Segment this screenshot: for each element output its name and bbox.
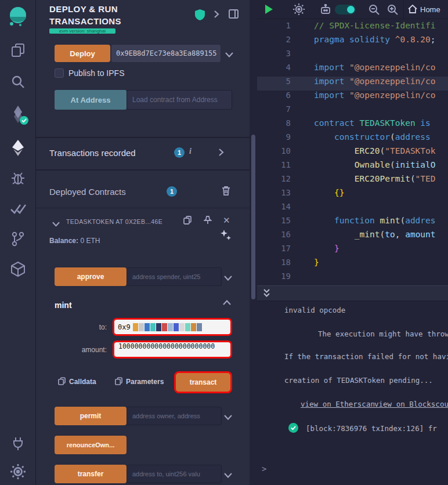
panel-scrollbar-thumb[interactable] — [251, 135, 255, 299]
tab-home[interactable]: Home — [420, 5, 440, 14]
transactions-expand-chevron-icon[interactable] — [218, 148, 224, 159]
compile-success-badge-icon — [20, 116, 28, 125]
sparkle-icon[interactable] — [219, 229, 232, 244]
panel-scrollbar — [250, 0, 257, 485]
terminal-log-invalid-opcode: invalid opcode — [284, 306, 345, 314]
evm-version-badge: evm version: shanghai — [49, 28, 115, 34]
renounce-ownership-button[interactable]: renounceOwn... — [55, 436, 127, 454]
transfer-button[interactable]: transfer — [55, 465, 127, 483]
run-script-play-icon[interactable] — [264, 4, 273, 17]
mint-to-value: 0x9 — [118, 323, 131, 331]
mint-to-input[interactable]: 0x9 — [113, 318, 232, 336]
balance-label: Balance: — [49, 237, 78, 245]
terminal-block-info[interactable]: [block:7836976 txIndex:126] fr — [306, 424, 437, 433]
file-explorer-icon[interactable] — [0, 43, 36, 58]
icon-sidebar — [0, 0, 36, 485]
unit-testing-icon[interactable] — [0, 202, 36, 216]
layout-panel-icon[interactable] — [229, 9, 239, 21]
trash-icon[interactable] — [222, 186, 230, 198]
etherscan-link[interactable]: view on Etherscan — [301, 400, 375, 408]
search-icon[interactable] — [0, 74, 36, 89]
transactions-recorded-label: Transactions recorded — [49, 148, 136, 158]
solidity-compiler-icon[interactable] — [0, 106, 36, 123]
approve-button[interactable]: approve — [55, 267, 127, 286]
line-number-gutter: 12345678910111213141516171819 — [257, 21, 298, 285]
calldata-copy-icon[interactable] — [58, 377, 66, 388]
toolbar-divider — [403, 0, 404, 19]
terminal-log-execution-thrown: The execution might have throw — [318, 330, 448, 338]
deploy-options-chevron-icon[interactable] — [225, 49, 233, 60]
pin-contract-icon[interactable] — [204, 216, 212, 227]
at-address-button[interactable]: At Address — [55, 90, 127, 110]
shield-icon[interactable] — [195, 9, 205, 23]
ai-copilot-robot-icon[interactable] — [320, 4, 331, 17]
mint-to-label: to: — [71, 323, 107, 331]
copy-address-icon[interactable] — [183, 216, 192, 227]
terminal-prompt[interactable]: > — [262, 464, 266, 473]
permit-expand-chevron-icon[interactable] — [224, 412, 232, 422]
settings-gear-icon[interactable] — [0, 464, 36, 479]
script-config-gear-icon[interactable] — [293, 3, 305, 17]
redacted-address-blocks — [133, 321, 203, 331]
transact-button-label: transact — [190, 378, 217, 386]
deploy-address-input[interactable]: 0x9EB8d7Ec73e8a3Ea889155 — [111, 45, 221, 62]
remix-logo-icon[interactable] — [0, 5, 36, 29]
zoom-out-icon[interactable] — [368, 4, 380, 17]
blockscout-link[interactable]: view on Blockscou — [374, 400, 448, 408]
transfer-args-input[interactable] — [127, 465, 222, 483]
calldata-label[interactable]: Calldata — [69, 378, 96, 386]
transfer-expand-chevron-icon[interactable] — [224, 470, 232, 480]
at-address-input[interactable] — [127, 90, 232, 110]
publish-ipfs-label: Publish to IPFS — [68, 68, 125, 78]
mint-collapse-chevron-icon[interactable] — [223, 297, 231, 307]
publish-ipfs-checkbox[interactable] — [55, 68, 64, 78]
panel-title: DEPLOY & RUN TRANSACTIONS — [49, 3, 160, 27]
terminal-log-creation-pending: creation of TEDASKToken pending... — [284, 376, 433, 385]
approve-expand-chevron-icon[interactable] — [224, 273, 232, 283]
copilot-toggle[interactable] — [335, 5, 356, 15]
contract-title: TEDASKTOKEN AT 0X2EB...46E — [66, 218, 162, 225]
permit-args-input[interactable] — [127, 407, 222, 425]
mint-amount-label: amount: — [71, 346, 107, 354]
info-icon[interactable]: i — [189, 147, 192, 156]
permit-button[interactable]: permit — [55, 407, 127, 425]
mint-amount-input[interactable]: 100000000000000000000000 — [113, 341, 232, 359]
remix-ide-window: DEPLOY & RUN TRANSACTIONS evm version: s… — [0, 0, 448, 485]
terminal-log-transaction-failed: If the transaction failed for not havi — [284, 352, 448, 361]
home-tab-icon — [408, 5, 417, 16]
parameters-copy-icon[interactable] — [115, 377, 122, 388]
pin-panel-chevron-icon[interactable] — [214, 10, 219, 21]
deployed-count-badge: 1 — [167, 186, 177, 197]
balance-row: Balance: 0 ETH — [49, 237, 100, 245]
zoom-in-icon[interactable] — [387, 4, 398, 17]
close-contract-icon[interactable]: ✕ — [223, 215, 230, 226]
plug-icon[interactable] — [0, 436, 36, 451]
git-icon[interactable] — [0, 231, 36, 247]
code-editor-content[interactable]: // SPDX-License-Identifipragma solidity … — [314, 21, 448, 285]
debugger-icon[interactable] — [0, 171, 36, 186]
balance-value: 0 ETH — [80, 237, 100, 245]
mint-function-label: mint — [55, 301, 72, 310]
deployed-contracts-label: Deployed Contracts — [49, 187, 126, 197]
terminal-collapse-double-chevron-icon[interactable] — [263, 288, 270, 301]
transact-button[interactable]: transact — [174, 371, 232, 393]
transactions-count-badge: 1 — [174, 147, 185, 158]
terminal-drag-bar[interactable] — [257, 285, 448, 301]
contract-collapse-chevron-icon[interactable] — [52, 219, 60, 229]
editor-toolbar: Home — [257, 0, 448, 19]
deploy-button[interactable]: Deploy — [55, 45, 110, 62]
editor-area: Home 12345678910111213141516171819 // SP… — [257, 0, 448, 485]
deploy-run-panel: DEPLOY & RUN TRANSACTIONS evm version: s… — [36, 0, 250, 485]
deploy-run-icon[interactable] — [0, 139, 36, 157]
plugin-manager-icon[interactable] — [0, 261, 36, 277]
tx-success-check-icon[interactable] — [288, 423, 298, 433]
parameters-label[interactable]: Parameters — [126, 378, 164, 386]
approve-args-input[interactable] — [127, 267, 222, 286]
copilot-toggle-knob — [347, 6, 355, 13]
